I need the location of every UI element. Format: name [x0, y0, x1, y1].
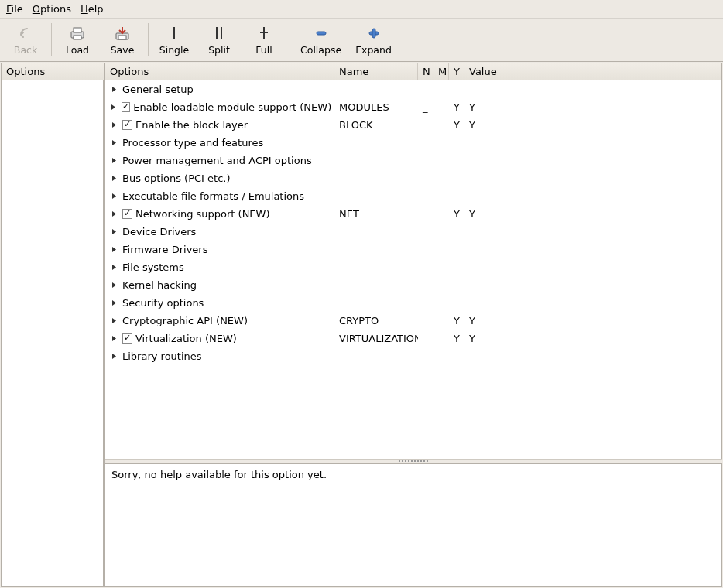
- expand-button[interactable]: Expand: [348, 20, 399, 60]
- expander-icon[interactable]: [110, 175, 118, 183]
- svg-rect-1: [74, 28, 81, 32]
- full-view-button[interactable]: Full: [242, 20, 286, 60]
- option-label: Enable loadable module support (NEW): [133, 101, 331, 113]
- main-tree-body[interactable]: General setupEnable loadable module supp…: [105, 80, 721, 459]
- back-arrow-icon: [16, 24, 35, 43]
- left-header-options[interactable]: Options: [2, 63, 104, 80]
- svg-rect-10: [317, 32, 326, 35]
- value-cell: Y: [464, 119, 721, 131]
- save-button[interactable]: Save: [100, 20, 145, 60]
- expand-label: Expand: [355, 44, 392, 56]
- col-header-y[interactable]: Y: [449, 63, 464, 80]
- option-cell: File systems: [105, 262, 334, 273]
- tree-row[interactable]: Bus options (PCI etc.): [105, 169, 721, 187]
- option-label: Power management and ACPI options: [122, 155, 312, 166]
- expander-icon[interactable]: [110, 317, 118, 325]
- svg-rect-12: [372, 29, 375, 38]
- option-cell: Processor type and features: [105, 137, 334, 149]
- tree-row[interactable]: Kernel hacking: [105, 276, 721, 294]
- col-header-value[interactable]: Value: [464, 63, 721, 80]
- tree-row[interactable]: Cryptographic API (NEW)CRYPTOYY: [105, 312, 721, 330]
- col-header-n[interactable]: N: [418, 63, 433, 80]
- expander-icon[interactable]: [110, 86, 118, 94]
- minus-icon: [312, 24, 331, 43]
- help-text: Sorry, no help available for this option…: [111, 469, 327, 480]
- y-cell: Y: [449, 315, 464, 326]
- expander-icon[interactable]: [110, 157, 118, 165]
- option-cell: Enable the block layer: [105, 119, 334, 131]
- option-cell: General setup: [105, 84, 334, 95]
- option-label: Firmware Drivers: [122, 244, 208, 255]
- option-cell: Kernel hacking: [105, 279, 334, 291]
- tree-row[interactable]: Power management and ACPI options: [105, 152, 721, 169]
- menu-help[interactable]: Help: [81, 3, 104, 15]
- tree-row[interactable]: Library routines: [105, 347, 721, 365]
- expander-icon[interactable]: [110, 335, 118, 343]
- option-label: Security options: [122, 297, 204, 309]
- tree-row[interactable]: Enable the block layerBLOCKYY: [105, 116, 721, 134]
- col-header-options[interactable]: Options: [105, 63, 334, 80]
- single-label: Single: [159, 44, 189, 56]
- option-checkbox[interactable]: [122, 120, 132, 130]
- tree-row[interactable]: Firmware Drivers: [105, 241, 721, 258]
- tree-row[interactable]: General setup: [105, 80, 721, 98]
- main-tree-grid: Options Name N M Y Value General setupEn…: [105, 63, 722, 459]
- expander-icon[interactable]: [110, 139, 118, 147]
- load-button[interactable]: Load: [55, 20, 100, 60]
- menu-options[interactable]: Options: [33, 3, 71, 15]
- option-label: Kernel hacking: [122, 279, 197, 291]
- tree-row[interactable]: File systems: [105, 258, 721, 276]
- expander-icon[interactable]: [110, 228, 118, 236]
- option-checkbox[interactable]: [122, 333, 132, 344]
- expander-icon[interactable]: [110, 121, 118, 129]
- option-cell: Power management and ACPI options: [105, 155, 334, 166]
- value-cell: Y: [464, 315, 721, 326]
- single-view-button[interactable]: Single: [152, 20, 197, 60]
- option-label: Networking support (NEW): [135, 208, 270, 220]
- value-cell: Y: [464, 333, 721, 344]
- n-cell: _: [418, 333, 433, 344]
- option-cell: Enable loadable module support (NEW): [105, 101, 334, 113]
- tree-row[interactable]: Virtualization (NEW)VIRTUALIZATION_YY: [105, 330, 721, 347]
- svg-rect-2: [74, 36, 81, 39]
- left-tree-pane: Options: [1, 63, 105, 587]
- col-header-m[interactable]: M: [433, 63, 449, 80]
- expander-icon[interactable]: [110, 210, 118, 218]
- expander-icon[interactable]: [110, 299, 118, 307]
- name-cell: MODULES: [334, 101, 418, 113]
- option-checkbox[interactable]: [122, 102, 130, 112]
- expander-icon[interactable]: [110, 104, 117, 111]
- col-header-name[interactable]: Name: [334, 63, 418, 80]
- name-cell: VIRTUALIZATION: [334, 333, 418, 344]
- full-label: Full: [255, 44, 272, 56]
- svg-rect-4: [118, 36, 126, 39]
- tree-row[interactable]: Executable file formats / Emulations: [105, 187, 721, 205]
- value-cell: Y: [464, 208, 721, 220]
- tree-row[interactable]: Processor type and features: [105, 134, 721, 152]
- expander-icon[interactable]: [110, 264, 118, 272]
- option-checkbox[interactable]: [122, 209, 132, 219]
- split-view-button[interactable]: Split: [197, 20, 242, 60]
- tree-row[interactable]: Security options: [105, 294, 721, 312]
- back-button: Back: [3, 20, 48, 60]
- tree-row[interactable]: Device Drivers: [105, 223, 721, 241]
- collapse-button[interactable]: Collapse: [293, 20, 348, 60]
- name-cell: CRYPTO: [334, 315, 418, 326]
- option-cell: Firmware Drivers: [105, 244, 334, 255]
- tree-row[interactable]: Enable loadable module support (NEW)MODU…: [105, 98, 721, 116]
- option-cell: Cryptographic API (NEW): [105, 315, 334, 326]
- option-cell: Executable file formats / Emulations: [105, 190, 334, 202]
- tree-row[interactable]: Networking support (NEW)NETYY: [105, 205, 721, 223]
- option-cell: Virtualization (NEW): [105, 333, 334, 344]
- expander-icon[interactable]: [110, 193, 118, 200]
- menu-file[interactable]: File: [6, 3, 23, 15]
- option-cell: Library routines: [105, 350, 334, 362]
- left-tree-body[interactable]: [2, 80, 104, 586]
- save-disk-icon: [113, 24, 132, 43]
- option-cell: Security options: [105, 297, 334, 309]
- expander-icon[interactable]: [110, 282, 118, 289]
- split-bars-icon: [210, 24, 228, 43]
- plus-icon: [365, 24, 383, 43]
- expander-icon[interactable]: [110, 353, 118, 361]
- expander-icon[interactable]: [110, 246, 118, 254]
